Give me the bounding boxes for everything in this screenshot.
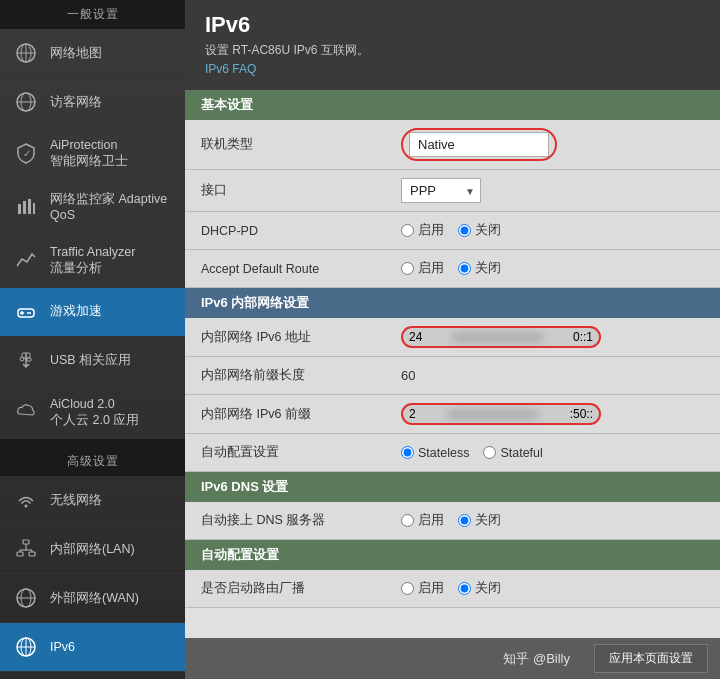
page-title: IPv6	[205, 12, 700, 38]
main-content: IPv6 设置 RT-AC86U IPv6 互联网。 IPv6 FAQ 基本设置…	[185, 0, 720, 679]
dhcp-pd-disable-label[interactable]: 关闭	[458, 222, 501, 239]
router-adv-disable-text: 关闭	[475, 580, 501, 597]
interface-label: 接口	[201, 182, 401, 199]
accept-route-enable-radio[interactable]	[401, 262, 414, 275]
accept-default-route-label: Accept Default Route	[201, 262, 401, 276]
prefix-length-control: 60	[401, 368, 704, 383]
autoconf-stateful-label[interactable]: Stateful	[483, 446, 542, 460]
sidebar-item-label: 游戏加速	[50, 303, 102, 319]
interface-select[interactable]: PPP ETH	[401, 178, 481, 203]
svg-rect-22	[17, 552, 23, 556]
sidebar-item-label: 网络监控家 Adaptive QoS	[50, 191, 173, 224]
faq-link-container: IPv6 FAQ	[205, 61, 700, 86]
autoconf-stateless-label[interactable]: Stateless	[401, 446, 469, 460]
router-adv-enable-radio[interactable]	[401, 582, 414, 595]
router-adv-enable-label[interactable]: 启用	[401, 580, 444, 597]
sidebar-item-aiprotection[interactable]: ✓ AiProtection 智能网络卫士	[0, 127, 185, 181]
sidebar-item-ipv6[interactable]: IPv6	[0, 623, 185, 672]
autoconf-stateless-text: Stateless	[418, 446, 469, 460]
internal-ipv6-addr-label: 内部网络 IPv6 地址	[201, 329, 401, 346]
sidebar-item-label: AiProtection 智能网络卫士	[50, 137, 128, 170]
section-ipv6-dns: IPv6 DNS 设置 自动接上 DNS 服务器 启用 关闭	[185, 472, 720, 540]
sidebar-item-adaptive-qos[interactable]: 网络监控家 Adaptive QoS	[0, 181, 185, 235]
sidebar-item-guest-network[interactable]: 访客网络	[0, 78, 185, 127]
bottom-bar: 知乎 @Billy 应用本页面设置	[185, 638, 720, 679]
router-adv-control: 启用 关闭	[401, 580, 704, 597]
accept-route-disable-radio[interactable]	[458, 262, 471, 275]
autoconf-control: Stateless Stateful	[401, 446, 704, 460]
connection-type-select-wrapper: Native Tunnel 6in4 Tunnel 6to4 Static IP…	[409, 132, 549, 157]
auto-dns-enable-label[interactable]: 启用	[401, 512, 444, 529]
sidebar-item-label: Traffic Analyzer 流量分析	[50, 244, 135, 277]
sidebar-item-lan[interactable]: 内部网络(LAN)	[0, 525, 185, 574]
watermark: 知乎 @Billy	[503, 650, 570, 668]
aiprotection-icon: ✓	[12, 139, 40, 167]
sidebar-item-game-boost[interactable]: 游戏加速	[0, 288, 185, 337]
prefix-length-label: 内部网络前缀长度	[201, 367, 401, 384]
sidebar-item-label: 访客网络	[50, 94, 102, 110]
section-ipv6-lan: IPv6 内部网络设置 内部网络 IPv6 地址 24 xxxxxxxxxxxx…	[185, 288, 720, 472]
sidebar-item-wireless[interactable]: 无线网络	[0, 476, 185, 525]
autoconf-stateless-radio[interactable]	[401, 446, 414, 459]
svg-rect-11	[33, 203, 35, 214]
internal-ipv6-addr-suffix: 0::1	[573, 330, 593, 344]
internal-ipv6-prefix-label: 内部网络 IPv6 前缀	[201, 406, 401, 423]
connection-type-select[interactable]: Native Tunnel 6in4 Tunnel 6to4 Static IP…	[409, 132, 549, 157]
svg-text:✓: ✓	[23, 148, 31, 159]
svg-rect-10	[28, 199, 31, 214]
sidebar-item-label: 内部网络(LAN)	[50, 541, 135, 557]
form-row-prefix-length: 内部网络前缀长度 60	[185, 357, 720, 395]
interface-select-wrapper: PPP ETH ▼	[401, 178, 481, 203]
sidebar-item-network-map[interactable]: 网络地图	[0, 29, 185, 78]
section-autoconf-header: 自动配置设置	[185, 540, 720, 570]
sidebar-item-label: IPv6	[50, 639, 75, 655]
section-basic: 基本设置 联机类型 Native Tunnel 6in4 Tunnel 6to4…	[185, 90, 720, 288]
dhcp-pd-control: 启用 关闭	[401, 222, 704, 239]
traffic-analyzer-icon	[12, 246, 40, 274]
dhcp-pd-enable-radio[interactable]	[401, 224, 414, 237]
dhcp-pd-disable-radio[interactable]	[458, 224, 471, 237]
sidebar-item-label: USB 相关应用	[50, 352, 131, 368]
sidebar-item-label: 网络地图	[50, 45, 102, 61]
auto-dns-disable-label[interactable]: 关闭	[458, 512, 501, 529]
usb-icon	[12, 347, 40, 375]
accept-default-route-control: 启用 关闭	[401, 260, 704, 277]
section-basic-header: 基本设置	[185, 90, 720, 120]
wan-icon	[12, 584, 40, 612]
svg-point-20	[25, 505, 28, 508]
router-adv-disable-radio[interactable]	[458, 582, 471, 595]
sidebar-item-aicloud[interactable]: AiCloud 2.0 个人云 2.0 应用	[0, 386, 185, 440]
adaptive-qos-icon	[12, 193, 40, 221]
accept-route-disable-label[interactable]: 关闭	[458, 260, 501, 277]
svg-rect-8	[18, 204, 21, 214]
internal-ipv6-prefix-blur: xxxxxxxxxxxxxxx	[420, 407, 566, 421]
sidebar-item-wan[interactable]: 外部网络(WAN)	[0, 574, 185, 623]
section-autoconf-section: 自动配置设置 是否启动路由厂播 启用 关闭	[185, 540, 720, 608]
autoconf-stateful-radio[interactable]	[483, 446, 496, 459]
auto-dns-disable-radio[interactable]	[458, 514, 471, 527]
router-adv-disable-label[interactable]: 关闭	[458, 580, 501, 597]
sidebar-general-header: 一般设置	[0, 0, 185, 29]
sidebar-divider	[0, 439, 185, 447]
faq-link[interactable]: IPv6 FAQ	[205, 62, 256, 76]
ipv6-icon	[12, 633, 40, 661]
sidebar-item-label: 无线网络	[50, 492, 102, 508]
internal-ipv6-prefix-end: :50::	[570, 407, 593, 421]
dhcp-pd-enable-label[interactable]: 启用	[401, 222, 444, 239]
form-row-dhcp-pd: DHCP-PD 启用 关闭	[185, 212, 720, 250]
sidebar-item-usb-apps[interactable]: USB 相关应用	[0, 337, 185, 386]
connection-type-control: Native Tunnel 6in4 Tunnel 6to4 Static IP…	[401, 128, 704, 161]
page-subtitle: 设置 RT-AC86U IPv6 互联网。	[205, 42, 700, 59]
accept-route-enable-label[interactable]: 启用	[401, 260, 444, 277]
svg-rect-23	[29, 552, 35, 556]
sidebar-item-traffic-analyzer[interactable]: Traffic Analyzer 流量分析	[0, 234, 185, 288]
internal-ipv6-addr-highlight: 24 xxxxxxxxxxxxxxx 0::1	[401, 326, 601, 348]
apply-button[interactable]: 应用本页面设置	[594, 644, 708, 673]
internal-ipv6-addr-control: 24 xxxxxxxxxxxxxxx 0::1	[401, 326, 704, 348]
internal-ipv6-prefix-start: 2	[409, 407, 416, 421]
form-row-connection-type: 联机类型 Native Tunnel 6in4 Tunnel 6to4 Stat…	[185, 120, 720, 170]
auto-dns-label: 自动接上 DNS 服务器	[201, 512, 401, 529]
connection-type-label: 联机类型	[201, 136, 401, 153]
game-boost-icon	[12, 298, 40, 326]
auto-dns-enable-radio[interactable]	[401, 514, 414, 527]
